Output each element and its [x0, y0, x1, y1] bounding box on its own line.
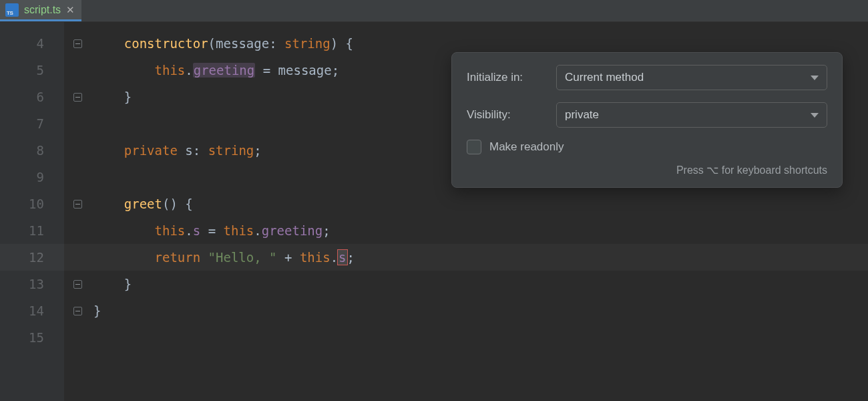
ts-icon-label: TS — [7, 11, 13, 16]
line-number: 12 — [0, 244, 64, 271]
initialize-in-label: Initialize in: — [467, 71, 544, 84]
token-this: this — [155, 63, 186, 78]
make-readonly-checkbox[interactable] — [467, 140, 481, 154]
token-property: greeting — [193, 63, 256, 78]
visibility-dropdown[interactable]: private — [556, 102, 827, 128]
hint-text: Press — [676, 164, 706, 176]
code-line-active[interactable]: return "Hello, " + this.s; — [64, 244, 868, 271]
token-modifier: private — [124, 143, 178, 158]
line-number: 7 — [0, 110, 64, 137]
line-number: 9 — [0, 164, 64, 190]
line-number: 10 — [0, 190, 64, 217]
fold-minus-icon — [73, 39, 82, 48]
make-readonly-label: Make readonly — [489, 140, 564, 154]
line-number: 8 — [0, 137, 64, 164]
token-identifier: message — [278, 63, 332, 78]
fold-handle[interactable] — [64, 297, 91, 324]
fold-minus-icon — [73, 200, 82, 209]
tab-bar: TS script.ts ✕ — [0, 0, 868, 22]
tab-script-ts[interactable]: TS script.ts ✕ — [0, 0, 81, 21]
line-number: 4 — [0, 30, 64, 57]
chevron-down-icon — [811, 113, 819, 118]
fold-minus-icon — [73, 307, 82, 315]
token-param: message — [216, 36, 269, 51]
token-this: this — [224, 223, 254, 238]
token-this: this — [155, 223, 186, 238]
tab-filename: script.ts — [24, 4, 61, 16]
typescript-file-icon: TS — [5, 3, 19, 17]
line-number: 11 — [0, 217, 64, 244]
code-line[interactable]: greet() { — [64, 190, 868, 217]
fold-handle[interactable] — [64, 190, 91, 217]
token-type: string — [284, 36, 331, 51]
fold-handle[interactable] — [64, 84, 91, 110]
fold-handle[interactable] — [64, 30, 91, 57]
token-property-selected[interactable]: s — [338, 250, 347, 265]
code-line[interactable]: } — [64, 271, 868, 297]
token-property: greeting — [262, 223, 323, 238]
token-constructor: constructor — [124, 36, 208, 51]
code-line[interactable]: this.s = this.greeting; — [64, 217, 868, 244]
line-number: 13 — [0, 271, 64, 297]
gutter: 4 5 6 7 8 9 10 11 12 13 14 15 — [0, 22, 64, 401]
token-field: s — [185, 143, 192, 158]
token-method: greet — [124, 196, 162, 211]
close-icon[interactable]: ✕ — [66, 5, 75, 15]
visibility-label: Visibility: — [467, 108, 544, 122]
code-line[interactable] — [64, 324, 868, 351]
line-number: 15 — [0, 324, 64, 351]
visibility-value: private — [565, 108, 599, 122]
code-line[interactable]: } — [64, 297, 868, 324]
token-type: string — [208, 143, 254, 158]
token-string: "Hello, " — [208, 250, 277, 265]
shortcut-hint: Press ⌥ for keyboard shortcuts — [467, 164, 827, 176]
fold-minus-icon — [73, 280, 82, 289]
token-this: this — [300, 250, 331, 265]
fold-column — [64, 22, 91, 351]
fold-minus-icon — [73, 93, 82, 102]
line-number: 5 — [0, 57, 64, 84]
hint-text: for keyboard shortcuts — [718, 164, 827, 176]
introduce-field-popup: Initialize in: Current method Visibility… — [451, 52, 843, 188]
line-number: 6 — [0, 84, 64, 110]
initialize-in-dropdown[interactable]: Current method — [556, 65, 827, 90]
initialize-in-value: Current method — [565, 71, 644, 84]
fold-handle[interactable] — [64, 271, 91, 297]
option-key-icon: ⌥ — [706, 164, 718, 176]
token-return: return — [155, 250, 201, 265]
chevron-down-icon — [811, 76, 819, 80]
token-property: s — [193, 223, 200, 238]
line-number: 14 — [0, 297, 64, 324]
